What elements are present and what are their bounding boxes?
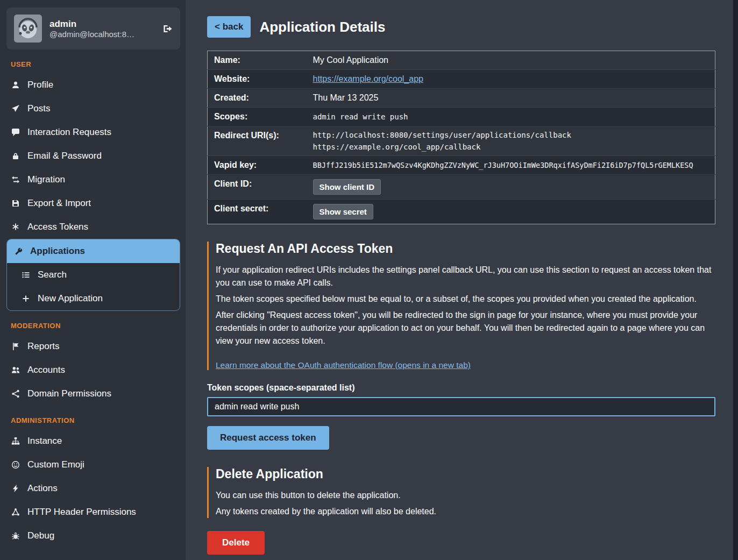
- user-handle: @admin@localhost:80…: [49, 30, 136, 39]
- sidebar-item-label: Custom Emoji: [27, 459, 84, 470]
- asterisk-icon: [11, 223, 20, 231]
- sidebar-item-debug[interactable]: Debug: [0, 524, 186, 548]
- table-row-name: Name: My Cool Application: [208, 51, 715, 70]
- delete-info-line: Any tokens created by the application wi…: [216, 505, 715, 518]
- sidebar-item-label: Applications: [30, 246, 85, 257]
- sidebar-item-label: Email & Password: [27, 151, 102, 161]
- show-client-id-button[interactable]: Show client ID: [313, 179, 381, 195]
- bug-icon: [11, 531, 20, 540]
- row-label: Name:: [208, 51, 310, 70]
- token-scopes-input[interactable]: [207, 397, 715, 416]
- lock-icon: [11, 152, 20, 160]
- application-details-table: Name: My Cool Application Website: https…: [207, 51, 715, 224]
- request-token-paragraph: The token scopes specified below must be…: [216, 293, 715, 306]
- table-row-created: Created: Thu Mar 13 2025: [208, 89, 715, 108]
- sidebar-item-custom-emoji[interactable]: Custom Emoji: [0, 453, 186, 477]
- sidebar-item-new-application[interactable]: New Application: [7, 287, 180, 310]
- delete-application-title: Delete Application: [216, 467, 715, 481]
- page-title: Application Details: [259, 19, 385, 36]
- section-label-user: USER: [11, 60, 177, 68]
- website-link[interactable]: https://example.org/cool_app: [313, 74, 423, 83]
- users-icon: [11, 366, 20, 374]
- sidebar-item-applications[interactable]: Applications: [7, 239, 180, 263]
- smiley-icon: [11, 460, 20, 469]
- sidebar-item-interaction-requests[interactable]: Interaction Requests: [0, 120, 186, 144]
- sidebar-item-access-tokens[interactable]: Access Tokens: [0, 215, 186, 239]
- sidebar-item-profile[interactable]: Profile: [0, 73, 186, 97]
- sidebar-item-label: Migration: [27, 174, 65, 185]
- sidebar-item-actions[interactable]: Actions: [0, 477, 186, 500]
- share-nodes-icon: [11, 389, 20, 398]
- row-label: Website:: [208, 70, 310, 89]
- table-row-client-secret: Client secret: Show secret: [208, 200, 715, 224]
- table-row-vapid-key: Vapid key: BBJffJ219b5iE512m7wQSzv4KgKDh…: [208, 156, 715, 175]
- show-secret-button[interactable]: Show secret: [313, 204, 373, 219]
- request-token-title: Request An API Access Token: [216, 242, 715, 256]
- sidebar-item-label: Actions: [27, 483, 58, 494]
- row-label: Client secret:: [208, 200, 310, 224]
- table-row-website: Website: https://example.org/cool_app: [208, 70, 715, 89]
- row-label: Vapid key:: [208, 156, 310, 175]
- main-content: < back Application Details Name: My Cool…: [186, 0, 738, 560]
- sidebar-item-label: Profile: [27, 80, 53, 90]
- comment-icon: [11, 128, 20, 137]
- plus-icon: [21, 294, 31, 303]
- sidebar-item-label: Reports: [27, 341, 60, 352]
- section-label-moderation: MODERATION: [11, 322, 177, 330]
- sidebar-item-label: HTTP Header Permissions: [27, 507, 136, 518]
- sidebar-item-applications-search[interactable]: Search: [7, 263, 180, 287]
- sidebar-item-email-password[interactable]: Email & Password: [0, 144, 186, 168]
- sidebar-item-accounts[interactable]: Accounts: [0, 358, 186, 382]
- delete-button[interactable]: Delete: [207, 531, 265, 555]
- applications-submenu: Search New Application: [7, 263, 180, 310]
- scopes-value: admin read write push: [310, 108, 715, 126]
- row-label: Client ID:: [208, 175, 310, 200]
- applications-group: Applications Search New Application: [6, 239, 180, 311]
- request-token-paragraph: If your application redirect URIs includ…: [216, 264, 715, 289]
- arrows-exchange-icon: [11, 175, 20, 184]
- scrollbar[interactable]: [733, 0, 738, 560]
- sidebar-item-label: Search: [38, 270, 67, 280]
- redirect-uri-1: http://localhost:8080/settings/user/appl…: [313, 131, 712, 139]
- avatar: [14, 15, 42, 42]
- sitemap-icon: [11, 437, 20, 445]
- sidebar-item-domain-permissions[interactable]: Domain Permissions: [0, 382, 186, 406]
- sidebar-item-label: Accounts: [27, 365, 65, 375]
- network-icon: [11, 508, 20, 516]
- bolt-icon: [11, 484, 20, 493]
- table-row-client-id: Client ID: Show client ID: [208, 175, 715, 200]
- sidebar-item-posts[interactable]: Posts: [0, 97, 186, 120]
- section-label-administration: ADMINISTRATION: [11, 416, 177, 424]
- row-value: My Cool Application: [310, 51, 715, 70]
- request-token-paragraph: After clicking "Request access token", y…: [216, 309, 715, 348]
- sidebar-item-label: Instance: [27, 436, 62, 446]
- sidebar-item-label: New Application: [38, 293, 103, 304]
- sidebar-item-label: Export & Import: [27, 198, 91, 209]
- request-access-token-button[interactable]: Request access token: [207, 426, 329, 450]
- sidebar-item-export-import[interactable]: Export & Import: [0, 192, 186, 215]
- wrench-icon: [13, 247, 23, 256]
- user-icon: [11, 81, 20, 89]
- sidebar-item-label: Posts: [27, 103, 51, 114]
- sidebar-item-instance[interactable]: Instance: [0, 429, 186, 453]
- paper-plane-icon: [11, 104, 20, 113]
- back-button[interactable]: < back: [207, 16, 251, 38]
- row-label: Redirect URI(s):: [208, 126, 310, 156]
- request-token-section: Request An API Access Token If your appl…: [207, 242, 715, 370]
- sidebar-item-http-header-permissions[interactable]: HTTP Header Permissions: [0, 500, 186, 524]
- sidebar-item-reports[interactable]: Reports: [0, 335, 186, 358]
- floppy-disk-icon: [11, 199, 20, 208]
- sidebar-item-label: Debug: [27, 530, 54, 541]
- sidebar-item-label: Domain Permissions: [27, 388, 111, 399]
- sidebar: admin @admin@localhost:80… USER Profile …: [0, 0, 186, 560]
- oauth-docs-link[interactable]: Learn more about the OAuth authenticatio…: [216, 360, 471, 370]
- user-card[interactable]: admin @admin@localhost:80…: [6, 8, 180, 49]
- sidebar-item-migration[interactable]: Migration: [0, 168, 186, 192]
- redirect-uri-2: https://example.org/cool_app/callback: [313, 143, 712, 151]
- table-row-scopes: Scopes: admin read write push: [208, 108, 715, 126]
- page-header: < back Application Details: [207, 16, 715, 38]
- delete-info-line: You can use this button to delete the ap…: [216, 489, 715, 502]
- row-value: Thu Mar 13 2025: [310, 89, 715, 108]
- sidebar-item-label: Access Tokens: [27, 222, 88, 232]
- logout-icon[interactable]: [162, 24, 173, 34]
